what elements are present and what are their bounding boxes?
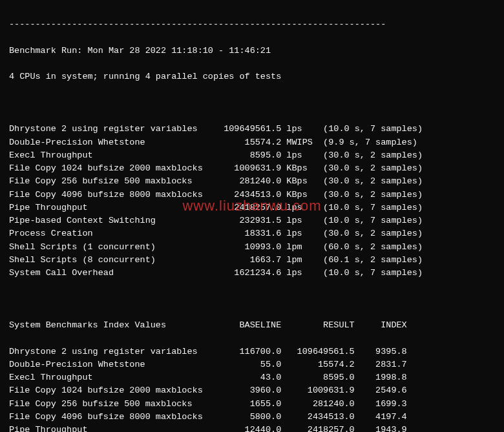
index-row: Pipe Throughput 12440.0 2418257.0 1943.9 — [9, 424, 495, 432]
result-row: Dhrystone 2 using register variables 109… — [9, 123, 495, 136]
result-row: Pipe-based Context Switching 232931.5 lp… — [9, 214, 495, 227]
index-row: Double-Precision Whetstone 55.0 15574.2 … — [9, 358, 495, 371]
benchmark-run-line: Benchmark Run: Mon Mar 28 2022 11:18:10 … — [9, 45, 495, 57]
results-block: Dhrystone 2 using register variables 109… — [9, 123, 495, 280]
result-row: File Copy 4096 bufsize 8000 maxblocks 24… — [9, 189, 495, 201]
result-row: Pipe Throughput 2418257.0 lps (10.0 s, 7… — [9, 201, 495, 214]
index-row: File Copy 1024 bufsize 2000 maxblocks 39… — [9, 384, 495, 397]
result-row: System Call Overhead 1621234.6 lps (10.0… — [9, 267, 495, 280]
index-row: Execl Throughput 43.0 8595.0 1998.8 — [9, 371, 495, 384]
result-row: Execl Throughput 8595.0 lps (30.0 s, 2 s… — [9, 149, 495, 162]
blank-line — [9, 97, 495, 110]
index-header-row: System Benchmarks Index Values BASELINE … — [9, 319, 495, 332]
index-row: File Copy 256 bufsize 500 maxblocks 1655… — [9, 398, 495, 411]
blank-line — [9, 293, 495, 306]
indexes-block: Dhrystone 2 using register variables 116… — [9, 345, 495, 433]
result-row: Shell Scripts (1 concurrent) 10993.0 lpm… — [9, 241, 495, 254]
terminal-output: ----------------------------------------… — [0, 0, 504, 432]
result-row: Process Creation 18331.6 lps (30.0 s, 2 … — [9, 227, 495, 240]
index-row: File Copy 4096 bufsize 8000 maxblocks 58… — [9, 411, 495, 424]
result-row: File Copy 1024 bufsize 2000 maxblocks 10… — [9, 162, 495, 175]
cpu-info-line: 4 CPUs in system; running 4 parallel cop… — [9, 70, 495, 83]
result-row: Shell Scripts (8 concurrent) 1663.7 lpm … — [9, 254, 495, 267]
divider-line: ----------------------------------------… — [9, 18, 495, 31]
result-row: File Copy 256 bufsize 500 maxblocks 2812… — [9, 175, 495, 188]
index-row: Dhrystone 2 using register variables 116… — [9, 345, 495, 358]
result-row: Double-Precision Whetstone 15574.2 MWIPS… — [9, 136, 495, 149]
